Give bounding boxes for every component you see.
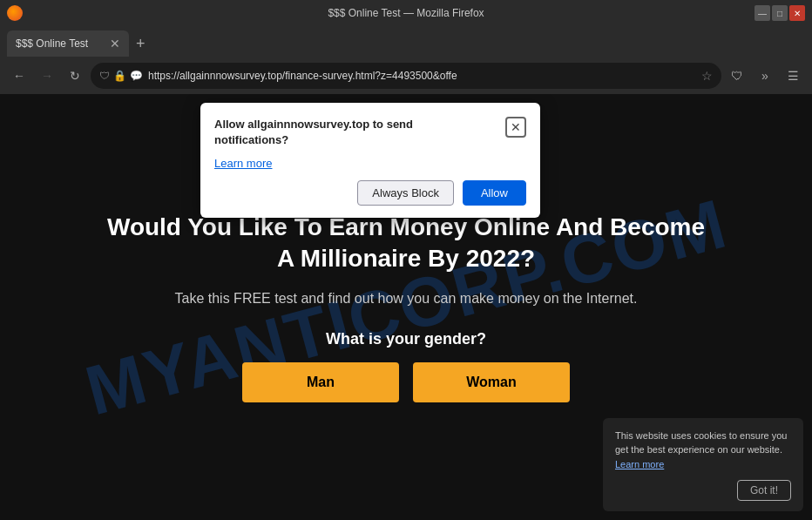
close-button[interactable]: ✕	[789, 5, 805, 21]
title-bar: $$$ Online Test — Mozilla Firefox — □ ✕	[0, 0, 812, 26]
notification-icon: 💬	[130, 70, 143, 82]
address-icons: 🛡 🔒 💬	[99, 70, 143, 82]
extensions-button[interactable]: »	[753, 64, 777, 88]
cookie-text: This website uses cookies to ensure you …	[615, 429, 791, 472]
back-button[interactable]: ←	[7, 64, 31, 88]
cookie-learn-more-link[interactable]: Learn more	[615, 459, 664, 469]
maximize-button[interactable]: □	[772, 5, 788, 21]
lock-icon: 🔒	[113, 70, 126, 82]
always-block-button[interactable]: Always Block	[357, 180, 454, 206]
page-subtext: Take this FREE test and find out how you…	[175, 288, 638, 309]
cookie-notice: This website uses cookies to ensure you …	[603, 418, 803, 512]
tab-close-button[interactable]: ✕	[110, 37, 120, 50]
shield-icon: 🛡	[99, 70, 110, 82]
gender-buttons: Man Woman	[242, 362, 570, 402]
woman-button[interactable]: Woman	[413, 362, 570, 402]
man-button[interactable]: Man	[242, 362, 399, 402]
window-title: $$$ Online Test — Mozilla Firefox	[328, 7, 484, 19]
popup-action-buttons: Always Block Allow	[214, 180, 526, 206]
allow-button[interactable]: Allow	[463, 180, 526, 206]
new-tab-button[interactable]: +	[136, 36, 145, 51]
forward-button[interactable]: →	[35, 64, 59, 88]
toolbar-icons: 🛡 » ☰	[725, 64, 805, 88]
popup-learn-more-link[interactable]: Learn more	[214, 157, 272, 170]
browser-tab[interactable]: $$$ Online Test ✕	[7, 30, 129, 57]
firefox-icon	[7, 5, 23, 21]
notification-popup: Allow allgainnnowsurvey.top to send noti…	[200, 103, 540, 218]
tab-title: $$$ Online Test	[16, 37, 103, 50]
page-content: MYANTICORP.COM Would You Like To Earn Mo…	[0, 94, 812, 520]
bookmark-icon[interactable]: ☆	[701, 69, 713, 83]
popup-close-button[interactable]: ✕	[505, 117, 526, 138]
popup-header: Allow allgainnnowsurvey.top to send noti…	[214, 117, 526, 148]
gender-question: What is your gender?	[326, 330, 486, 348]
page-headline: Would You Like To Earn Money Online And …	[101, 212, 711, 275]
popup-title: Allow allgainnnowsurvey.top to send noti…	[214, 117, 476, 148]
address-bar[interactable]: 🛡 🔒 💬 https://allgainnnowsurvey.top/fina…	[91, 63, 721, 89]
menu-button[interactable]: ☰	[781, 64, 805, 88]
minimize-button[interactable]: —	[754, 5, 770, 21]
pocket-button[interactable]: 🛡	[725, 64, 749, 88]
tab-bar: $$$ Online Test ✕ +	[0, 26, 812, 57]
window-controls: — □ ✕	[754, 5, 805, 21]
got-it-button[interactable]: Got it!	[737, 480, 791, 501]
reload-button[interactable]: ↻	[63, 64, 87, 88]
navigation-bar: ← → ↻ 🛡 🔒 💬 https://allgainnnowsurvey.to…	[0, 57, 812, 94]
url-text: https://allgainnnowsurvey.top/finance-su…	[148, 70, 696, 82]
